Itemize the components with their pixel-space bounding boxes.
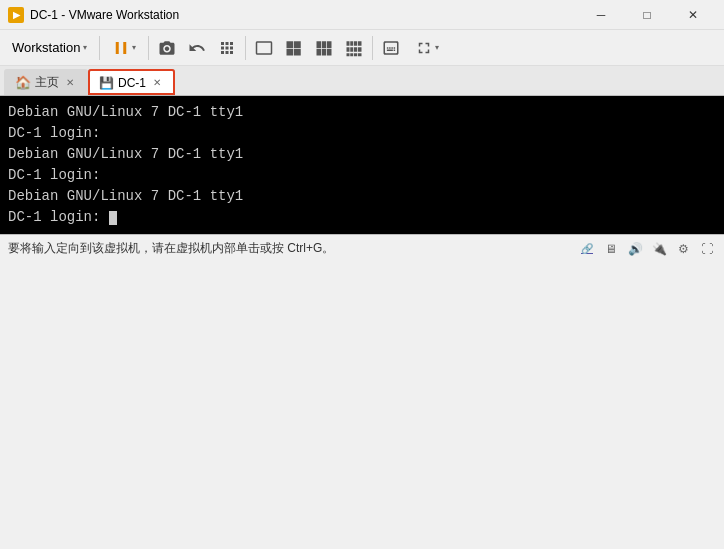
close-button[interactable]: ✕: [670, 0, 716, 30]
vm-display-btn4[interactable]: [340, 34, 368, 62]
fullscreen-dropdown-arrow: ▾: [435, 43, 439, 52]
minimize-button[interactable]: ─: [578, 0, 624, 30]
snapshot-manager-icon: [218, 39, 236, 57]
tab-home-close[interactable]: ✕: [63, 76, 77, 90]
status-bar: 要将输入定向到该虚拟机，请在虚拟机内部单击或按 Ctrl+G。 🔗 🖥 🔊 🔌 …: [0, 234, 724, 262]
vm-display-btn1[interactable]: [250, 34, 278, 62]
fullscreen-icon: [415, 39, 433, 57]
tab-dc1-close[interactable]: ✕: [150, 76, 164, 90]
tab-dc1-label: DC-1: [118, 76, 146, 90]
window-controls: ─ □ ✕: [578, 0, 716, 30]
console-line: DC-1 login:: [8, 123, 716, 144]
toolbar-sep-1: [99, 36, 100, 60]
vm-display-btn3[interactable]: [310, 34, 338, 62]
pause-icon: [112, 39, 130, 57]
console-cursor: [109, 211, 117, 225]
status-settings-icon[interactable]: ⚙: [674, 240, 692, 258]
status-message: 要将输入定向到该虚拟机，请在虚拟机内部单击或按 Ctrl+G。: [8, 240, 570, 257]
console-line: DC-1 login:: [8, 165, 716, 186]
toolbar-sep-3: [245, 36, 246, 60]
camera-icon: [158, 39, 176, 57]
status-network-icon[interactable]: 🖥: [602, 240, 620, 258]
maximize-button[interactable]: □: [624, 0, 670, 30]
pause-button[interactable]: ▾: [104, 34, 144, 62]
workstation-label: Workstation: [12, 40, 80, 55]
svg-rect-1: [124, 42, 127, 54]
fullscreen-button[interactable]: ▾: [407, 34, 447, 62]
dc1-tab-icon: 💾: [99, 76, 114, 90]
revert-button[interactable]: [183, 34, 211, 62]
workstation-menu[interactable]: Workstation ▾: [4, 34, 95, 62]
vm-display-btn2[interactable]: [280, 34, 308, 62]
revert-icon: [188, 39, 206, 57]
console-line: DC-1 login:: [8, 207, 716, 228]
window-title: DC-1 - VMware Workstation: [30, 8, 578, 22]
toolbar-sep-4: [372, 36, 373, 60]
status-usb-icon[interactable]: 🔌: [650, 240, 668, 258]
console-wrapper[interactable]: Debian GNU/Linux 7 DC-1 tty1DC-1 login:D…: [0, 96, 724, 234]
pause-dropdown-arrow: ▾: [132, 43, 136, 52]
title-bar: ▶ DC-1 - VMware Workstation ─ □ ✕: [0, 0, 724, 30]
svg-rect-0: [116, 42, 119, 54]
status-stretch-icon[interactable]: ⛶: [698, 240, 716, 258]
console-area[interactable]: Debian GNU/Linux 7 DC-1 tty1DC-1 login:D…: [0, 96, 724, 234]
app-icon: ▶: [8, 7, 24, 23]
console-button[interactable]: [377, 34, 405, 62]
tabs-bar: 🏠 主页 ✕ 💾 DC-1 ✕: [0, 66, 724, 96]
display3-icon: [315, 39, 333, 57]
menu-toolbar-bar: Workstation ▾ ▾: [0, 30, 724, 66]
tab-dc1[interactable]: 💾 DC-1 ✕: [88, 69, 175, 95]
toolbar-sep-2: [148, 36, 149, 60]
tab-home-label: 主页: [35, 74, 59, 91]
tab-home[interactable]: 🏠 主页 ✕: [4, 69, 88, 95]
snapshot-button[interactable]: [153, 34, 181, 62]
console-line: Debian GNU/Linux 7 DC-1 tty1: [8, 186, 716, 207]
display1-icon: [255, 39, 273, 57]
status-icons: 🔗 🖥 🔊 🔌 ⚙ ⛶: [578, 240, 716, 258]
home-icon: 🏠: [15, 75, 31, 90]
snapshot-manager-button[interactable]: [213, 34, 241, 62]
status-link-icon[interactable]: 🔗: [578, 240, 596, 258]
display2-icon: [285, 39, 303, 57]
status-sound-icon[interactable]: 🔊: [626, 240, 644, 258]
workstation-dropdown-arrow: ▾: [83, 43, 87, 52]
display4-icon: [345, 39, 363, 57]
console-icon: [382, 39, 400, 57]
console-line: Debian GNU/Linux 7 DC-1 tty1: [8, 102, 716, 123]
console-line: Debian GNU/Linux 7 DC-1 tty1: [8, 144, 716, 165]
